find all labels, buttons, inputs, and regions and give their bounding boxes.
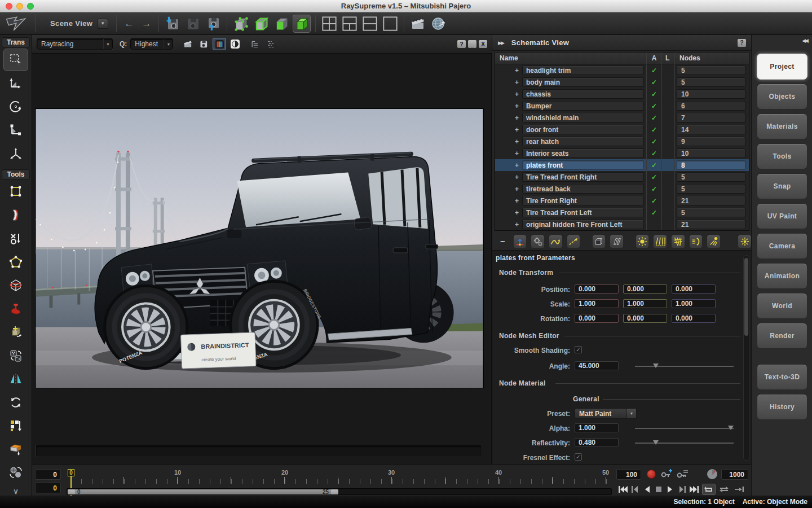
expand-icon[interactable]: + — [495, 221, 522, 229]
table-row[interactable]: + chassis ✓ 10 — [495, 88, 749, 100]
multiplier-field[interactable]: 1000 — [721, 469, 748, 480]
expand-panel-icon[interactable]: ▶▶ — [498, 40, 504, 46]
lock-cell[interactable] — [661, 159, 674, 171]
node-tool-distant-light-button[interactable] — [707, 235, 721, 248]
table-row[interactable]: + Tire Tread Front Left ✓ 5 — [495, 207, 749, 218]
node-tool-smooth-curve-button[interactable] — [549, 235, 563, 248]
color-channels-button[interactable] — [213, 38, 226, 50]
node-tool-sun-light-button[interactable] — [636, 235, 650, 248]
tab-materials[interactable]: Materials — [757, 113, 807, 139]
active-check-icon[interactable]: ✓ — [651, 102, 657, 110]
next-frame-button[interactable] — [677, 485, 688, 494]
reflectivity-slider[interactable] — [635, 443, 734, 444]
stop-button[interactable] — [653, 485, 664, 494]
preset-select[interactable]: Matt Paint ▼ — [575, 408, 637, 419]
node-name[interactable]: chassis — [522, 89, 644, 99]
render-movie-button[interactable] — [409, 15, 427, 33]
chevron-down-icon[interactable]: ▼ — [626, 409, 636, 418]
go-end-button[interactable] — [689, 485, 700, 494]
range-end-handle[interactable] — [331, 489, 338, 494]
node-tool-spot-light-button[interactable] — [689, 235, 703, 248]
node-tool-gears-button[interactable] — [531, 235, 545, 248]
range-start-handle[interactable] — [68, 489, 75, 494]
node-name[interactable]: tiretread back — [522, 184, 644, 194]
alpha-slider-thumb[interactable] — [728, 426, 734, 430]
table-row[interactable]: + Bumper ✓ 6 — [495, 100, 749, 112]
position-z-field[interactable]: 0.000 — [672, 284, 716, 294]
face-mode-button[interactable] — [272, 15, 290, 33]
reset-tool-button[interactable] — [3, 391, 28, 414]
node-name[interactable]: plates front — [522, 160, 644, 170]
prev-frame-button[interactable] — [629, 485, 641, 494]
expand-icon[interactable]: + — [495, 114, 522, 122]
object-mode-button[interactable] — [293, 15, 311, 33]
lock-cell[interactable] — [661, 100, 674, 112]
table-row[interactable]: + Interior seats ✓ 10 — [495, 147, 749, 159]
scrollbar-thumb[interactable] — [744, 258, 748, 336]
publish-button[interactable] — [429, 15, 447, 33]
alpha-slider[interactable] — [635, 428, 734, 429]
unfold-tool-button[interactable] — [3, 438, 28, 461]
active-check-icon[interactable]: ✓ — [651, 209, 657, 217]
tab-world[interactable]: World — [757, 293, 807, 319]
collapse-panel-icon[interactable]: ◀◀ — [802, 38, 807, 43]
chevron-down-icon[interactable]: ▼ — [103, 39, 112, 49]
table-row[interactable]: + original hidden Tire Front Left 21 — [495, 218, 749, 230]
fresnel-checkbox[interactable]: ✓ — [575, 453, 582, 461]
end-frame-field[interactable]: 100 — [616, 469, 641, 480]
expand-icon[interactable]: + — [495, 197, 522, 205]
layout-single-button[interactable] — [381, 15, 399, 33]
polygon-tool-button[interactable] — [3, 251, 28, 273]
node-tool-cube-button[interactable] — [592, 235, 606, 248]
render-mode-select[interactable]: Raytracing ▼ — [37, 38, 113, 50]
keyframe-options-button[interactable] — [676, 469, 689, 479]
table-row[interactable]: + windshield main ✓ 7 — [495, 112, 749, 124]
rotation-x-field[interactable]: 0.000 — [575, 314, 619, 323]
minimize-panel-button[interactable]: _ — [468, 40, 476, 48]
node-tool-point-light-button[interactable] — [738, 235, 752, 248]
node-name[interactable]: Interior seats — [522, 148, 644, 158]
smooth-shading-checkbox[interactable]: ✓ — [575, 346, 582, 353]
angle-slider[interactable] — [635, 366, 734, 367]
align-tool-button[interactable] — [3, 415, 28, 437]
active-check-icon[interactable]: ✓ — [651, 138, 657, 146]
angle-field[interactable]: 45.000 — [575, 361, 619, 370]
tab-tools[interactable]: Tools — [757, 143, 807, 169]
tab-text-to-3d[interactable]: Text-to-3D — [757, 364, 807, 390]
go-start-button[interactable] — [617, 485, 629, 494]
active-check-icon[interactable]: ✓ — [651, 197, 657, 205]
lock-cell[interactable] — [661, 112, 674, 124]
forward-button[interactable]: → — [142, 18, 151, 29]
table-row-selected[interactable]: + plates front ✓ 8 — [495, 159, 749, 171]
column-active[interactable]: A — [646, 52, 661, 64]
play-once-button[interactable] — [732, 484, 746, 495]
tab-snap[interactable]: Snap — [757, 173, 807, 199]
tab-project[interactable]: Project — [757, 54, 807, 80]
expand-icon[interactable]: + — [495, 67, 522, 75]
export-button[interactable] — [204, 15, 222, 33]
layout-two-button[interactable] — [361, 15, 379, 33]
layout-three-button[interactable] — [341, 15, 359, 33]
table-row[interactable]: + tiretread back ✓ 5 — [495, 183, 749, 195]
node-name[interactable]: door front — [522, 125, 644, 134]
lock-cell[interactable] — [661, 135, 674, 147]
play-button[interactable] — [665, 485, 676, 494]
transform-cube-tool-button[interactable] — [3, 321, 28, 344]
add-keyframe-button[interactable] — [660, 469, 673, 479]
help-button[interactable]: ? — [457, 40, 466, 48]
active-check-icon[interactable]: ✓ — [651, 161, 657, 169]
slice-tool-button[interactable] — [3, 274, 28, 297]
lock-cell[interactable] — [661, 124, 674, 135]
tab-animation[interactable]: Animation — [757, 263, 807, 289]
scene-viewport[interactable]: Raytracing ▼ Q: Highest ▼ — [32, 35, 492, 464]
table-row[interactable]: + Tire Tread Front Right ✓ 5 — [495, 171, 749, 183]
render-image[interactable]: POTENZA POTENZA BRIDGESTONE BRAIND — [35, 108, 484, 388]
render-queue-button[interactable] — [264, 38, 278, 50]
table-row[interactable]: + door front ✓ 14 — [495, 124, 749, 135]
lock-cell[interactable] — [661, 76, 674, 88]
scale-z-field[interactable]: 1.000 — [672, 299, 716, 308]
lock-cell[interactable] — [661, 147, 674, 159]
scene-view-dropdown-button[interactable]: ▼ — [97, 19, 108, 29]
node-tool-shell-button[interactable] — [610, 235, 624, 248]
column-lock[interactable]: L — [661, 52, 674, 64]
